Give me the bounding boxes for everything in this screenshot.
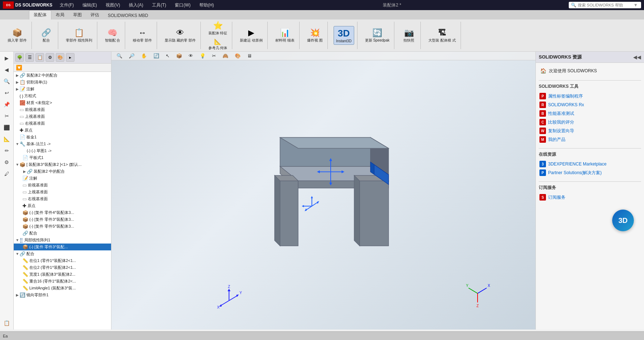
feature-tree-content[interactable]: ▶ 🔗 装配体2 中的配合 ▶ 📋 切割清单(1) ▶ 📝 注解 { } 方程式	[14, 72, 111, 330]
rp-link-copy-settings[interactable]: W 复制设置向导	[539, 126, 641, 135]
tree-item-mirror[interactable]: ▶ 🔃 镜向零部件1	[14, 292, 111, 298]
tab-layout[interactable]: 布局	[51, 10, 69, 20]
btn-show-hidden[interactable]: 👁 显示隐 藏的零 部件	[163, 27, 198, 44]
left-btn-12[interactable]: 📋	[1, 318, 12, 328]
btn-insert-part[interactable]: 📦 插入零 部件	[6, 27, 29, 44]
right-panel-collapse[interactable]: ◀◀	[633, 54, 641, 60]
btn-new-motion[interactable]: ▶ 新建运 动算例	[238, 27, 264, 44]
left-btn-8[interactable]: 📐	[1, 134, 12, 144]
tree-item-linear-pattern[interactable]: ▼ ⣿ 局部线性阵列1	[14, 237, 111, 244]
ft-btn-props[interactable]: 📋	[35, 53, 44, 62]
tree-item-annotation[interactable]: ▶ 📝 注解	[14, 86, 111, 92]
tree-item-cut-list[interactable]: ▶ 📋 切割清单(1)	[14, 79, 111, 86]
ft-btn-list[interactable]: ☰	[25, 53, 34, 62]
btn-instant3d[interactable]: 3D Instant3D	[334, 26, 354, 45]
ft-btn-display[interactable]: 🎨	[56, 53, 64, 62]
left-btn-2[interactable]: ◀	[1, 65, 12, 75]
vp-btn-display-manager[interactable]: 🎨	[233, 52, 243, 59]
tab-sketch[interactable]: 草图	[69, 10, 86, 20]
vp-btn-select[interactable]: ↖	[164, 52, 172, 59]
rp-link-prop-tab[interactable]: P 属性标签编制程序	[539, 92, 641, 100]
rp-link-subscription[interactable]: S 订阅服务	[539, 193, 641, 202]
vp-btn-rotate[interactable]: 🔄	[151, 52, 161, 59]
menu-window[interactable]: 窗口(W)	[173, 1, 192, 9]
tree-item-coincide16[interactable]: 📏 重合16 (零件1^装配体2<...	[14, 278, 111, 285]
menu-insert[interactable]: 插入(A)	[127, 1, 145, 9]
btn-move-part[interactable]: ↔ 移动零 部件	[131, 27, 154, 44]
tree-item-annotation2[interactable]: 📝 注解	[14, 175, 111, 182]
tree-item-limit-angle[interactable]: 📏 LimitAngle1 (装配体3^装...	[14, 285, 111, 292]
btn-bom[interactable]: 📊 材料明 细表	[274, 27, 296, 44]
tree-item-asm3-in-asm2[interactable]: ▼ 📦 [ 装配体3^装配体2 ]<1> (默认...	[14, 161, 111, 168]
tree-item-mate2[interactable]: 🔗 配合	[14, 230, 111, 237]
vp-btn-display-style[interactable]: 📦	[174, 52, 184, 59]
menu-view[interactable]: 视图(V)	[104, 1, 122, 9]
vp-btn-pan[interactable]: ✋	[139, 52, 149, 59]
tree-item-right-plane[interactable]: ▭ 右视基准面	[14, 120, 111, 127]
tree-item-assembly-mates[interactable]: ▶ 🔗 装配体2 中的配合	[14, 72, 111, 79]
tree-item-top-plane2[interactable]: ▭ 上视基准面	[14, 189, 111, 195]
menu-help[interactable]: 帮助(H)	[198, 1, 216, 9]
vp-btn-3d-view[interactable]: 🖥	[245, 52, 254, 59]
viewport[interactable]: 🔍 🔎 ✋ 🔄 ↖ 📦 👁 💡 ✂ 🙈 🎨 🖥	[111, 52, 535, 330]
tree-item-sketch1[interactable]: (-) (-) 草图1 ->	[14, 147, 111, 154]
vp-btn-hide-show[interactable]: 🙈	[220, 52, 230, 59]
btn-linear-array[interactable]: 📋 零部件 线性阵列	[64, 27, 94, 44]
tree-item-pos2[interactable]: 📏 在位2 (零件1^装配体2<1...	[14, 264, 111, 271]
vp-btn-zoom-region[interactable]: 🔎	[127, 52, 137, 59]
tab-evaluate[interactable]: 评估	[86, 10, 103, 20]
tab-mbd[interactable]: SOLIDWORKS MBD	[103, 12, 152, 20]
btn-large-assembly[interactable]: 🏗 大型装 配体模 式	[427, 27, 458, 44]
tree-item-front-plane2[interactable]: ▭ 前视基准面	[14, 182, 111, 189]
tree-item-mate3[interactable]: ▼ 🔗 配合	[14, 250, 111, 257]
tree-item-copy-part3-arr[interactable]: 📦 (-) [复件 零件3^装配...	[14, 244, 111, 250]
left-btn-4[interactable]: ↩	[1, 88, 12, 98]
left-btn-7[interactable]: ⬛	[1, 122, 12, 133]
left-btn-3[interactable]: 🔍	[1, 76, 12, 86]
ft-btn-tree[interactable]: 🌳	[15, 53, 24, 62]
tree-item-asm-mates2[interactable]: ▶ 🔗 装配体2 中的配合	[14, 168, 111, 175]
vp-btn-section[interactable]: ✂	[210, 52, 218, 59]
tree-item-sheetmetal1[interactable]: 📄 板金1	[14, 134, 111, 141]
btn-smart-mate[interactable]: 🧠 智能配 合	[103, 27, 122, 44]
tree-item-pos1[interactable]: 📏 在位1 (零件1^装配体2<1...	[14, 257, 111, 264]
left-btn-9[interactable]: ✏	[1, 146, 12, 156]
rp-link-3dexp[interactable]: 3 3DEXPERIENCE Marketplace	[539, 160, 641, 168]
ft-btn-config[interactable]: ⚙	[46, 53, 54, 62]
vp-btn-view-orient[interactable]: 👁	[186, 52, 195, 59]
tree-item-equations[interactable]: { } 方程式	[14, 92, 111, 99]
tree-item-width1[interactable]: 📏 宽度1 (装配体3^装配体2...	[14, 271, 111, 278]
tree-item-copy-part3[interactable]: 📦 (-) [复件 零件3^装配体3...	[14, 216, 111, 223]
left-btn-1[interactable]: ▶	[1, 53, 12, 63]
tree-item-origin[interactable]: ✚ 原点	[14, 127, 111, 134]
menu-edit[interactable]: 编辑(E)	[81, 1, 98, 9]
left-btn-10[interactable]: ⚙	[1, 157, 12, 167]
tree-item-flat-pattern[interactable]: 📄 平板式1	[14, 154, 111, 161]
search-bar[interactable]: 🔍 ▼	[569, 2, 641, 8]
btn-speedpak[interactable]: 🔄 更新 Speedpak	[363, 27, 391, 44]
left-btn-6[interactable]: ✂	[1, 111, 12, 121]
search-input[interactable]	[578, 3, 632, 7]
tree-item-base-flange[interactable]: ▼ 🔧 基体-法兰1 ->	[14, 141, 111, 147]
rp-item-welcome[interactable]: 🏠 次迎使用 SOLIDWORKS	[539, 66, 641, 76]
ft-btn-more[interactable]: ▸	[66, 53, 75, 62]
left-btn-5[interactable]: 📌	[1, 99, 12, 109]
menu-tools[interactable]: 工具(T)	[151, 1, 168, 9]
tree-item-copy-part4[interactable]: 📦 (-) [复件 零件4^装配体3...	[14, 209, 111, 216]
rp-link-rx[interactable]: R SOLIDWORKS Rx	[539, 100, 641, 109]
tree-item-copy-part5[interactable]: 📦 (-) [复件 零件5^装配体3...	[14, 223, 111, 230]
left-btn-11[interactable]: 🖊	[1, 169, 12, 179]
menu-file[interactable]: 文件(F)	[58, 1, 75, 9]
tree-item-origin2[interactable]: ✚ 原点	[14, 202, 111, 209]
btn-assembly-feature[interactable]: ⭐ 装配体 特征	[207, 20, 229, 36]
rp-link-partner[interactable]: P Partner Solutions(解决方案)	[539, 168, 641, 177]
rp-link-compare[interactable]: C 比较我的评分	[539, 118, 641, 126]
btn-explode[interactable]: 💥 爆炸视 图	[305, 27, 325, 44]
vp-btn-lighting[interactable]: 💡	[198, 52, 208, 59]
btn-ref-geometry[interactable]: 📐 参考几 何体	[207, 37, 229, 51]
btn-snapshot[interactable]: 📷 拍快照	[400, 27, 418, 44]
rp-link-my-products[interactable]: M 我的产品	[539, 135, 641, 144]
tree-item-right-plane2[interactable]: ▭ 右视基准面	[14, 195, 111, 202]
rp-link-benchmark[interactable]: B 性能基准测试	[539, 109, 641, 118]
tree-item-top-plane[interactable]: ▭ 上视基准面	[14, 113, 111, 120]
